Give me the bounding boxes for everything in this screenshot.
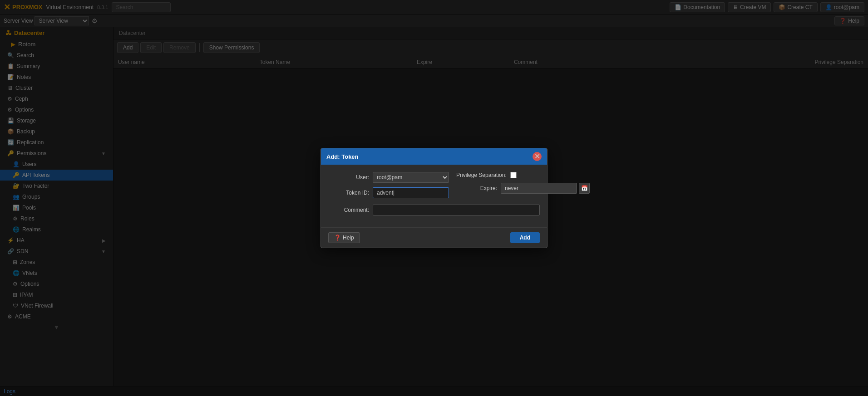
modal-add-button[interactable]: Add xyxy=(510,232,540,243)
privilege-sep-label: Privilege Separation: xyxy=(456,172,507,178)
user-select-wrapper: root@pam xyxy=(373,172,449,183)
expire-input[interactable] xyxy=(501,183,577,194)
privilege-section: Privilege Separation: Expire: 📅 xyxy=(456,172,590,203)
modal-footer: ❓ Help Add xyxy=(321,227,547,248)
close-icon: ✕ xyxy=(534,153,540,160)
modal-overlay: Add: Token ✕ User: root@pam xyxy=(0,0,868,396)
modal-title: Add: Token xyxy=(326,153,359,160)
user-section: User: root@pam Token ID: xyxy=(328,172,449,203)
modal-header: Add: Token ✕ xyxy=(321,148,547,165)
calendar-button[interactable]: 📅 xyxy=(579,183,590,194)
calendar-icon: 📅 xyxy=(581,185,588,191)
comment-row: Comment: xyxy=(328,205,540,215)
token-id-input[interactable] xyxy=(373,187,449,198)
modal-row-1: User: root@pam Token ID: Priv xyxy=(328,172,540,203)
modal-close-button[interactable]: ✕ xyxy=(533,152,542,161)
user-select[interactable]: root@pam xyxy=(373,172,449,183)
expire-label: Expire: xyxy=(456,185,497,191)
token-id-label: Token ID: xyxy=(328,190,369,196)
modal-body: User: root@pam Token ID: Priv xyxy=(321,165,547,227)
comment-label: Comment: xyxy=(328,207,369,213)
privilege-sep-row: Privilege Separation: xyxy=(456,172,590,178)
expire-row: Expire: 📅 xyxy=(456,183,590,194)
modal-help-button[interactable]: ❓ Help xyxy=(328,232,360,243)
user-label: User: xyxy=(328,174,369,181)
help-circle-icon: ❓ xyxy=(334,235,341,241)
token-id-field-row: Token ID: xyxy=(328,187,449,198)
add-token-modal: Add: Token ✕ User: root@pam xyxy=(321,148,547,248)
comment-input[interactable] xyxy=(373,205,540,215)
privilege-sep-checkbox-wrapper xyxy=(510,172,517,178)
user-field-row: User: root@pam xyxy=(328,172,449,183)
privilege-sep-checkbox[interactable] xyxy=(510,172,517,178)
expire-field-wrapper: 📅 xyxy=(501,183,590,194)
